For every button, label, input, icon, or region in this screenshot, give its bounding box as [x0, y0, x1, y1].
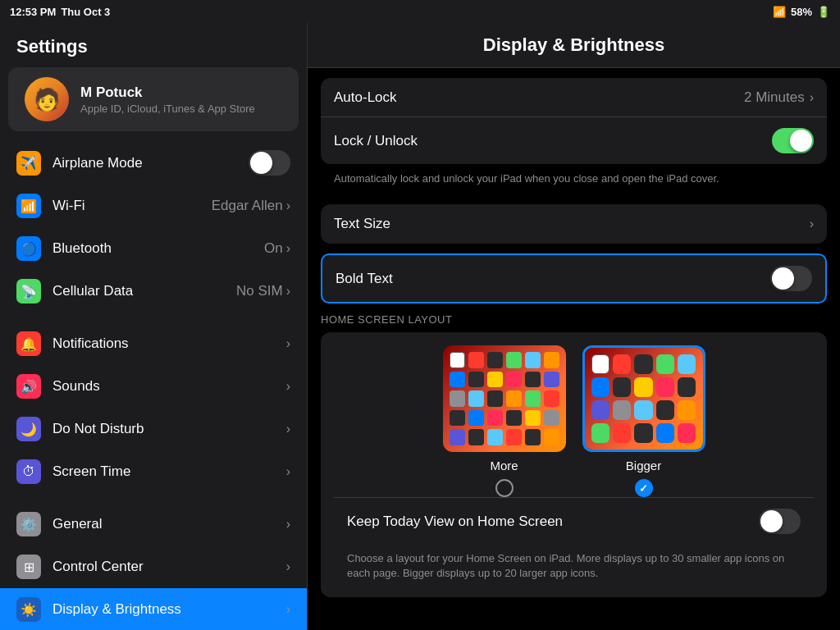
status-right: 📶 58% 🔋	[773, 6, 830, 18]
profile-info: M Potuck Apple ID, iCloud, iTunes & App …	[80, 84, 255, 115]
lockunlock-row[interactable]: Lock / Unlock	[321, 117, 827, 164]
home-layout-section: More Bigger	[321, 332, 827, 597]
chevron-icon-display: ›	[286, 602, 290, 617]
autolock-label: Auto-Lock	[334, 89, 744, 106]
main-title: Display & Brightness	[483, 34, 664, 55]
sidebar-title: Settings	[0, 23, 307, 67]
layout-radio-bigger[interactable]	[635, 479, 653, 497]
main-header: Display & Brightness	[308, 23, 840, 68]
lockunlock-label: Lock / Unlock	[334, 133, 772, 149]
sidebar-item-label-wifi: Wi-Fi	[52, 198, 212, 214]
chevron-icon-donotdisturb: ›	[286, 422, 290, 436]
sidebar-item-value-cellular: No SIM	[236, 283, 283, 299]
cellular-icon: 📡	[16, 279, 41, 304]
boldtext-label: Bold Text	[336, 271, 770, 287]
textsize-row[interactable]: Text Size ›	[321, 204, 827, 244]
autolock-row[interactable]: Auto-Lock 2 Minutes ›	[321, 78, 827, 117]
autolock-group: Auto-Lock 2 Minutes › Lock / Unlock	[321, 78, 827, 164]
display-icon: ☀️	[16, 597, 41, 622]
lockunlock-toggle-knob	[790, 130, 812, 152]
sidebar-item-label-general: General	[52, 516, 286, 532]
layout-option-bigger[interactable]: Bigger	[582, 345, 705, 497]
sidebar-item-label-donotdisturb: Do Not Disturb	[52, 421, 286, 437]
sidebar-item-label-controlcenter: Control Center	[52, 559, 286, 575]
wifi-icon: 📶	[773, 6, 786, 18]
donotdisturb-icon: 🌙	[16, 417, 41, 441]
sidebar-item-sounds[interactable]: 🔊 Sounds ›	[0, 365, 307, 408]
date: Thu Oct 3	[61, 6, 110, 18]
avatar: 🧑	[25, 77, 69, 121]
screentime-icon: ⏱	[16, 459, 41, 484]
bluetooth-icon: 🔵	[16, 236, 41, 261]
chevron-icon-controlcenter: ›	[286, 559, 290, 574]
general-icon: ⚙️	[16, 512, 41, 536]
layout-note: Choose a layout for your Home Screen on …	[334, 545, 814, 584]
sidebar-section-system: ⚙️ General › ⊞ Control Center › ☀️ Displ…	[0, 503, 307, 630]
chevron-icon-autolock: ›	[810, 90, 814, 105]
sidebar-item-value-wifi: Edgar Allen	[212, 198, 283, 214]
sounds-icon: 🔊	[16, 374, 41, 399]
sidebar-item-bluetooth[interactable]: 🔵 Bluetooth On ›	[0, 227, 307, 270]
controlcenter-icon: ⊞	[16, 555, 41, 579]
airplane-icon: ✈️	[16, 151, 41, 176]
notifications-icon: 🔔	[16, 331, 41, 356]
chevron-icon-screentime: ›	[286, 464, 290, 479]
profile-name: M Potuck	[80, 84, 255, 101]
keep-today-toggle[interactable]	[759, 509, 801, 534]
sidebar-item-general[interactable]: ⚙️ General ›	[0, 503, 307, 546]
sidebar-item-label-bluetooth: Bluetooth	[52, 240, 264, 257]
sidebar: Settings 🧑 M Potuck Apple ID, iCloud, iT…	[0, 0, 308, 630]
layout-icons-more	[443, 345, 566, 452]
sidebar-item-label-airplane: Airplane Mode	[52, 155, 249, 171]
profile-subtitle: Apple ID, iCloud, iTunes & App Store	[80, 103, 255, 115]
chevron-icon-cellular: ›	[286, 284, 290, 299]
content-area: Auto-Lock 2 Minutes › Lock / Unlock Auto…	[308, 78, 840, 597]
boldtext-toggle-knob	[772, 267, 794, 290]
status-bar: 12:53 PM Thu Oct 3 📶 58% 🔋	[0, 0, 840, 23]
status-left: 12:53 PM Thu Oct 3	[10, 6, 110, 18]
sidebar-section-notifications: 🔔 Notifications › 🔊 Sounds › 🌙 Do Not Di…	[0, 322, 307, 493]
layout-icons-bigger	[585, 348, 703, 450]
wifi-icon: 📶	[16, 194, 41, 218]
sidebar-item-value-bluetooth: On	[264, 240, 283, 257]
layout-options: More Bigger	[334, 345, 814, 497]
profile-section[interactable]: 🧑 M Potuck Apple ID, iCloud, iTunes & Ap…	[8, 67, 299, 131]
sidebar-item-wifi[interactable]: 📶 Wi-Fi Edgar Allen ›	[0, 185, 307, 227]
keep-today-view-label: Keep Today View on Home Screen	[347, 514, 759, 530]
sidebar-item-cellular[interactable]: 📡 Cellular Data No SIM ›	[0, 270, 307, 313]
sidebar-item-screentime[interactable]: ⏱ Screen Time ›	[0, 450, 307, 493]
sidebar-item-label-sounds: Sounds	[52, 378, 286, 395]
lockunlock-note: Automatically lock and unlock your iPad …	[321, 167, 827, 194]
sidebar-item-label-screentime: Screen Time	[52, 463, 286, 480]
layout-radio-more[interactable]	[495, 479, 514, 497]
airplane-toggle[interactable]	[249, 150, 290, 176]
sidebar-item-label-display: Display & Brightness	[52, 601, 286, 618]
boldtext-row[interactable]: Bold Text	[321, 253, 827, 304]
layout-label-bigger: Bigger	[626, 459, 661, 472]
textsize-group: Text Size ›	[321, 204, 827, 244]
sidebar-item-donotdisturb[interactable]: 🌙 Do Not Disturb ›	[0, 408, 307, 450]
time: 12:53 PM	[10, 6, 56, 18]
sidebar-item-label-cellular: Cellular Data	[52, 283, 236, 299]
textsize-label: Text Size	[334, 216, 810, 232]
boldtext-toggle[interactable]	[770, 266, 812, 291]
sidebar-item-notifications[interactable]: 🔔 Notifications ›	[0, 322, 307, 365]
autolock-value: 2 Minutes	[744, 89, 805, 106]
battery-label: 58%	[791, 6, 812, 18]
layout-preview-bigger	[582, 345, 705, 452]
lockunlock-toggle[interactable]	[772, 128, 814, 153]
sidebar-item-controlcenter[interactable]: ⊞ Control Center ›	[0, 546, 307, 588]
keep-today-view-row[interactable]: Keep Today View on Home Screen	[334, 497, 814, 545]
sidebar-item-label-notifications: Notifications	[52, 336, 286, 352]
battery-icon: 🔋	[817, 6, 830, 18]
keep-today-toggle-knob	[760, 510, 783, 532]
layout-preview-more	[443, 345, 566, 452]
chevron-icon-general: ›	[286, 517, 290, 532]
sidebar-item-airplane[interactable]: ✈️ Airplane Mode	[0, 141, 307, 185]
home-screen-section-label: HOME SCREEN LAYOUT	[308, 313, 840, 332]
sidebar-item-display[interactable]: ☀️ Display & Brightness ›	[0, 588, 307, 630]
chevron-icon-textsize: ›	[810, 217, 814, 231]
chevron-icon-sounds: ›	[286, 379, 290, 394]
chevron-icon-notifications: ›	[286, 336, 290, 351]
layout-option-more[interactable]: More	[443, 345, 566, 497]
